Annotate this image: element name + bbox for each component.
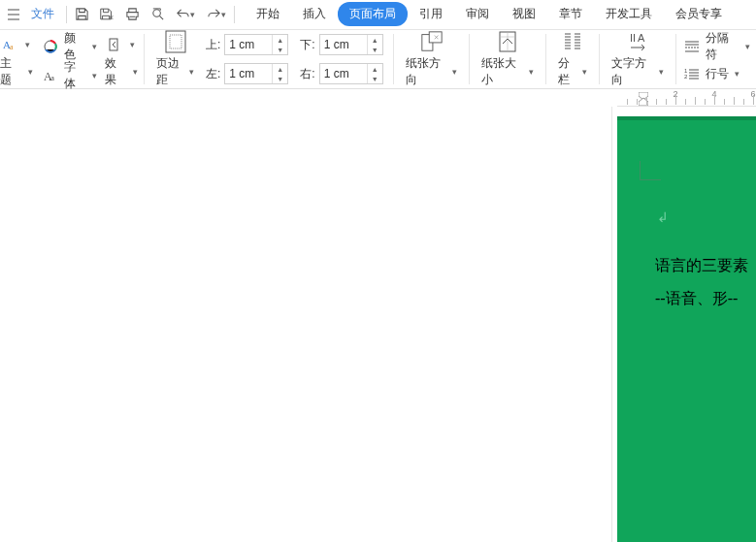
effect-button[interactable]: 效果 ▾ <box>105 59 138 84</box>
margin-right-label: 右: <box>300 66 314 82</box>
document-text-line[interactable]: --语音、形-- <box>655 289 738 309</box>
theme-styles-button[interactable]: Aa ▾ <box>0 34 33 55</box>
color-icon <box>41 37 59 56</box>
theme-styles-icon: Aa <box>0 35 19 54</box>
color-button[interactable]: 颜色 ▾ <box>41 34 97 59</box>
tab-review[interactable]: 审阅 <box>454 2 501 26</box>
font-button[interactable]: Aa 字体 ▾ <box>41 63 97 88</box>
spin-down-icon[interactable]: ▼ <box>368 45 382 54</box>
save-icon[interactable] <box>69 3 94 26</box>
columns-group: 分栏▾ <box>546 34 600 84</box>
margin-top-input[interactable]: ▲▼ <box>224 34 288 55</box>
margin-bottom-field[interactable] <box>320 35 367 54</box>
document-text-line[interactable]: 语言的三要素 <box>655 256 748 276</box>
columns-icon <box>561 30 584 53</box>
paper-size-button[interactable]: 纸张大小▾ <box>476 34 540 84</box>
text-direction-icon: IIA <box>626 30 649 53</box>
paper-orientation-icon <box>420 30 444 53</box>
svg-rect-7 <box>166 31 185 52</box>
undo-icon[interactable]: ▾ <box>170 3 201 26</box>
svg-text:2: 2 <box>684 74 688 80</box>
print-icon[interactable] <box>119 3 145 26</box>
ribbon-tabs: 开始 插入 页面布局 引用 审阅 视图 章节 开发工具 会员专享 <box>245 2 734 26</box>
spin-down-icon[interactable]: ▼ <box>273 45 287 54</box>
tab-references[interactable]: 引用 <box>408 2 454 26</box>
tab-insert[interactable]: 插入 <box>291 2 338 26</box>
paper-orientation-group: 纸张方向▾ <box>394 34 471 84</box>
margin-top-field[interactable] <box>225 35 272 54</box>
margin-bottom-label: 下: <box>300 37 314 53</box>
page-margin-icon <box>164 30 187 53</box>
redo-icon[interactable]: ▾ <box>201 3 232 26</box>
spin-down-icon[interactable]: ▼ <box>368 74 382 83</box>
tab-view[interactable]: 视图 <box>501 2 547 26</box>
svg-rect-10 <box>429 32 442 43</box>
effect-label: 效果 <box>105 55 127 88</box>
print-preview-icon[interactable] <box>145 3 170 26</box>
separator-icon <box>682 37 702 56</box>
ruler-ticks: 2 4 6 <box>617 89 756 106</box>
pane-divider <box>611 107 612 542</box>
text-direction-label: 文字方向 <box>611 55 657 88</box>
menu-icon[interactable] <box>4 7 23 22</box>
svg-rect-8 <box>170 35 181 48</box>
theme-button[interactable]: 主题 ▾ <box>0 59 33 84</box>
margin-corner-marker <box>640 161 661 180</box>
separator-button[interactable]: 分隔符 ▾ <box>682 34 750 59</box>
file-menu[interactable]: 文件 <box>25 4 60 24</box>
quick-access-toolbar: ▾ ▾ <box>69 3 232 26</box>
paragraph-mark-icon: ↲ <box>657 209 669 225</box>
svg-text:a: a <box>10 43 14 51</box>
tab-section[interactable]: 章节 <box>547 2 594 26</box>
page-margin-button[interactable]: 页边距▾ <box>150 34 200 84</box>
tab-member[interactable]: 会员专享 <box>664 2 734 26</box>
separator-label: 分隔符 <box>706 30 740 63</box>
theme-group: Aa ▾ 主题 ▾ 颜色 ▾ Aa 字体 ▾ <box>0 34 145 84</box>
orientation-small-button[interactable]: ▾ <box>105 34 138 55</box>
workspace: 2 4 6 ↲ 语言的三要素 --语音、形-- <box>0 89 756 542</box>
horizontal-ruler[interactable]: 2 4 6 <box>617 89 756 107</box>
page-top-edge <box>617 116 756 120</box>
orientation-small-icon <box>105 35 124 54</box>
margin-bottom-input[interactable]: ▲▼ <box>319 34 383 55</box>
svg-text:II: II <box>630 32 636 44</box>
line-number-icon: 12 <box>682 64 702 83</box>
page-content-area: ↲ 语言的三要素 --语音、形-- <box>626 145 756 542</box>
ribbon: Aa ▾ 主题 ▾ 颜色 ▾ Aa 字体 ▾ <box>0 29 756 89</box>
breaks-group: 分隔符 ▾ 12 行号 ▾ <box>676 34 756 84</box>
columns-button[interactable]: 分栏▾ <box>552 34 593 84</box>
margin-right-input[interactable]: ▲▼ <box>319 63 383 84</box>
text-direction-button[interactable]: IIA 文字方向▾ <box>606 34 670 84</box>
save-as-icon[interactable] <box>94 3 119 26</box>
paper-orientation-button[interactable]: 纸张方向▾ <box>400 34 464 84</box>
document-page[interactable]: ↲ 语言的三要素 --语音、形-- <box>617 116 756 542</box>
margin-left-label: 左: <box>206 66 220 82</box>
paper-orientation-label: 纸张方向 <box>406 55 451 88</box>
spin-up-icon[interactable]: ▲ <box>273 64 287 74</box>
margin-left-field[interactable] <box>225 64 272 83</box>
line-number-label: 行号 <box>706 66 729 82</box>
svg-point-0 <box>152 10 160 17</box>
menubar: 文件 ▾ ▾ 开始 插入 页面布局 引用 审阅 视图 章节 开发工具 <box>0 0 756 29</box>
paper-size-group: 纸张大小▾ <box>470 34 546 84</box>
tab-page-layout[interactable]: 页面布局 <box>338 2 408 26</box>
svg-text:a: a <box>50 73 54 82</box>
margin-top-label: 上: <box>206 37 220 53</box>
line-number-button[interactable]: 12 行号 ▾ <box>682 63 750 84</box>
margin-right-field[interactable] <box>320 64 367 83</box>
page-margin-group: 页边距▾ 上: ▲▼ 下: ▲▼ 左: ▲▼ 右: ▲ <box>145 34 393 84</box>
color-label: 颜色 <box>64 30 86 63</box>
page-margin-label: 页边距 <box>156 55 187 88</box>
margin-left-input[interactable]: ▲▼ <box>224 63 288 84</box>
spin-down-icon[interactable]: ▼ <box>273 74 287 83</box>
spin-up-icon[interactable]: ▲ <box>273 35 287 45</box>
spin-up-icon[interactable]: ▲ <box>368 35 382 45</box>
separator <box>234 6 235 23</box>
tab-developer[interactable]: 开发工具 <box>594 2 664 26</box>
tab-start[interactable]: 开始 <box>245 2 291 26</box>
svg-rect-6 <box>110 39 117 50</box>
spin-up-icon[interactable]: ▲ <box>368 64 382 74</box>
text-direction-group: IIA 文字方向▾ <box>600 34 676 84</box>
font-icon: Aa <box>41 66 59 85</box>
separator <box>66 6 67 23</box>
